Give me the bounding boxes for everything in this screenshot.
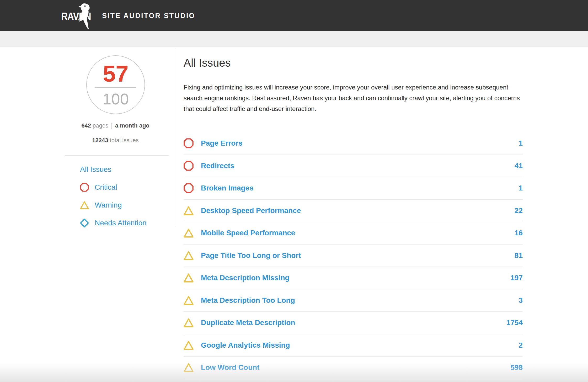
issue-label[interactable]: Desktop Speed Performance xyxy=(201,206,301,215)
issue-row-google-analytics-missing[interactable]: Google Analytics Missing 2 xyxy=(184,334,523,357)
issue-count[interactable]: 1754 xyxy=(506,319,523,327)
sidebar-item-label: Critical xyxy=(95,183,117,192)
issue-count[interactable]: 1 xyxy=(518,139,523,147)
issue-row-page-errors[interactable]: Page Errors 1 xyxy=(184,132,523,155)
score-fraction-divider xyxy=(95,87,136,88)
issue-label[interactable]: Broken Images xyxy=(201,184,254,192)
triangle-icon xyxy=(184,295,194,305)
issue-row-redirects[interactable]: Redirects 41 xyxy=(184,155,523,177)
issue-row-meta-description-missing[interactable]: Meta Description Missing 197 xyxy=(184,267,523,289)
issue-count[interactable]: 598 xyxy=(510,363,523,372)
issue-filter-nav: All Issues Critical Warning Needs Attent… xyxy=(80,164,169,235)
issue-label[interactable]: Redirects xyxy=(201,162,234,170)
site-score-gauge: 57 100 xyxy=(86,55,145,114)
crawl-summary: 642 pages | a month ago xyxy=(46,122,185,129)
triangle-icon xyxy=(184,273,194,283)
page-title: All Issues xyxy=(184,57,231,69)
sidebar-item-label: Warning xyxy=(95,201,122,209)
octagon-icon xyxy=(184,138,194,148)
sidebar-item-label: All Issues xyxy=(80,165,111,174)
issue-label[interactable]: Page Title Too Long or Short xyxy=(201,251,301,260)
sidebar-item-critical[interactable]: Critical xyxy=(80,182,169,193)
issue-count[interactable]: 22 xyxy=(515,206,523,215)
total-issues-summary: 12243 total issues xyxy=(46,137,185,144)
sidebar-item-needs-attention[interactable]: Needs Attention xyxy=(80,217,169,229)
sidebar-item-warning[interactable]: Warning xyxy=(80,200,169,211)
total-issues-label: total issues xyxy=(110,137,139,144)
issue-count[interactable]: 41 xyxy=(515,162,523,170)
octagon-icon xyxy=(184,183,194,193)
issue-row-low-word-count[interactable]: Low Word Count 598 xyxy=(184,357,523,379)
octagon-icon xyxy=(80,183,89,192)
triangle-icon xyxy=(184,340,194,350)
site-auditor-page: RAVEN SITE AUDITOR STUDIO 57 100 642 pag… xyxy=(0,0,588,382)
issue-count[interactable]: 3 xyxy=(518,296,523,305)
triangle-icon xyxy=(184,251,194,261)
issue-label[interactable]: Meta Description Too Long xyxy=(201,296,295,305)
app-title: SITE AUDITOR STUDIO xyxy=(102,0,195,31)
score-max: 100 xyxy=(103,91,129,107)
content-vertical-divider xyxy=(176,49,176,226)
issue-row-desktop-speed-performance[interactable]: Desktop Speed Performance 22 xyxy=(184,200,523,222)
issue-label[interactable]: Meta Description Missing xyxy=(201,274,290,282)
pages-count: 642 xyxy=(81,122,91,129)
issue-label[interactable]: Mobile Speed Performance xyxy=(201,229,295,237)
issue-label[interactable]: Page Errors xyxy=(201,139,243,147)
sidebar-item-label: Needs Attention xyxy=(95,219,147,227)
last-crawl-time: a month ago xyxy=(115,122,149,129)
issue-count[interactable]: 81 xyxy=(515,251,523,260)
triangle-icon xyxy=(184,363,194,373)
issue-label[interactable]: Low Word Count xyxy=(201,363,259,372)
issue-row-duplicate-meta-description[interactable]: Duplicate Meta Description 1754 xyxy=(184,312,523,334)
issue-row-page-title-too-long-or-short[interactable]: Page Title Too Long or Short 81 xyxy=(184,245,523,267)
score-value: 57 xyxy=(103,62,129,85)
issue-count[interactable]: 16 xyxy=(515,229,523,237)
sidebar-divider xyxy=(65,155,169,156)
issue-row-mobile-speed-performance[interactable]: Mobile Speed Performance 16 xyxy=(184,222,523,245)
triangle-icon xyxy=(184,318,194,328)
issues-list: Page Errors 1 Redirects 41 Broken Images… xyxy=(184,132,523,379)
total-issues-count: 12243 xyxy=(92,137,108,144)
top-navigation-bar: RAVEN SITE AUDITOR STUDIO xyxy=(0,0,588,31)
issue-row-broken-images[interactable]: Broken Images 1 xyxy=(184,177,523,200)
issue-count[interactable]: 1 xyxy=(518,184,523,192)
issue-count[interactable]: 197 xyxy=(510,274,523,282)
triangle-icon xyxy=(184,228,194,238)
meta-separator: | xyxy=(110,122,114,129)
raven-logo[interactable]: RAVEN xyxy=(61,0,100,31)
secondary-toolbar xyxy=(0,31,588,47)
sidebar-item-all-issues[interactable]: All Issues xyxy=(80,164,169,175)
triangle-icon xyxy=(80,201,89,210)
raven-bird-icon xyxy=(76,3,91,30)
octagon-icon xyxy=(184,161,194,171)
issue-label[interactable]: Duplicate Meta Description xyxy=(201,319,295,327)
diamond-icon xyxy=(80,219,89,227)
pages-label: pages xyxy=(93,122,110,129)
issue-row-meta-description-too-long[interactable]: Meta Description Too Long 3 xyxy=(184,289,523,312)
issue-count[interactable]: 2 xyxy=(518,341,523,349)
triangle-icon xyxy=(184,206,194,216)
page-description: Fixing and optimizing issues will increa… xyxy=(184,82,523,114)
issue-label[interactable]: Google Analytics Missing xyxy=(201,341,290,349)
